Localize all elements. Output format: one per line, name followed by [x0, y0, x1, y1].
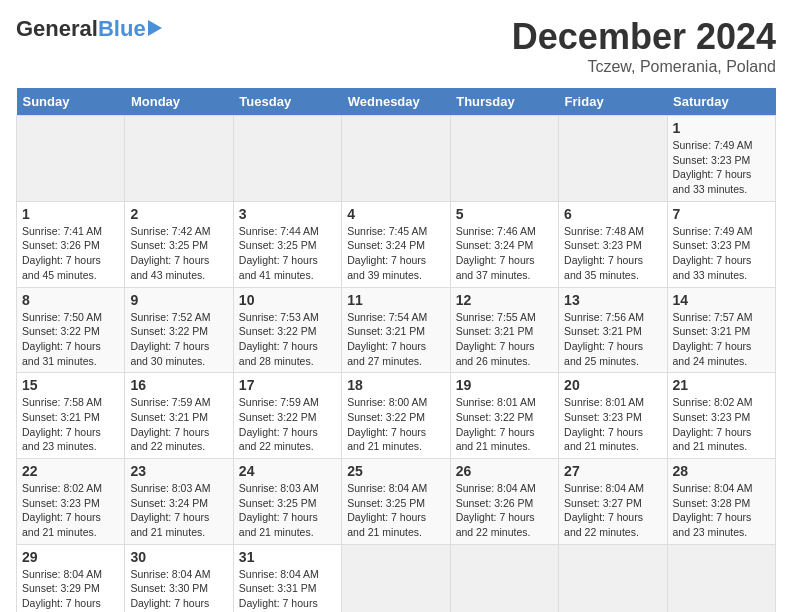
- day-number: 31: [239, 549, 336, 565]
- calendar-day-cell: 19 Sunrise: 8:01 AM Sunset: 3:22 PM Dayl…: [450, 373, 558, 459]
- calendar-week-row: 1 Sunrise: 7:49 AM Sunset: 3:23 PM Dayli…: [17, 116, 776, 202]
- day-number: 5: [456, 206, 553, 222]
- day-number: 11: [347, 292, 444, 308]
- weekday-header: Friday: [559, 88, 667, 116]
- day-info: Sunrise: 7:57 AM Sunset: 3:21 PM Dayligh…: [673, 310, 770, 369]
- calendar-day-cell: 23 Sunrise: 8:03 AM Sunset: 3:24 PM Dayl…: [125, 459, 233, 545]
- day-number: 4: [347, 206, 444, 222]
- day-info: Sunrise: 7:58 AM Sunset: 3:21 PM Dayligh…: [22, 395, 119, 454]
- calendar-day-cell: 12 Sunrise: 7:55 AM Sunset: 3:21 PM Dayl…: [450, 287, 558, 373]
- day-number: 28: [673, 463, 770, 479]
- calendar-day-cell: 5 Sunrise: 7:46 AM Sunset: 3:24 PM Dayli…: [450, 201, 558, 287]
- calendar-day-cell: 11 Sunrise: 7:54 AM Sunset: 3:21 PM Dayl…: [342, 287, 450, 373]
- day-number: 9: [130, 292, 227, 308]
- calendar-week-row: 8 Sunrise: 7:50 AM Sunset: 3:22 PM Dayli…: [17, 287, 776, 373]
- day-info: Sunrise: 7:41 AM Sunset: 3:26 PM Dayligh…: [22, 224, 119, 283]
- day-number: 7: [673, 206, 770, 222]
- calendar-day-cell: 9 Sunrise: 7:52 AM Sunset: 3:22 PM Dayli…: [125, 287, 233, 373]
- day-number: 6: [564, 206, 661, 222]
- calendar-header: SundayMondayTuesdayWednesdayThursdayFrid…: [17, 88, 776, 116]
- day-info: Sunrise: 7:50 AM Sunset: 3:22 PM Dayligh…: [22, 310, 119, 369]
- logo-general-text: General: [16, 16, 98, 42]
- location-text: Tczew, Pomerania, Poland: [512, 58, 776, 76]
- calendar-week-row: 1 Sunrise: 7:41 AM Sunset: 3:26 PM Dayli…: [17, 201, 776, 287]
- calendar-day-cell: 13 Sunrise: 7:56 AM Sunset: 3:21 PM Dayl…: [559, 287, 667, 373]
- calendar-day-cell: 18 Sunrise: 8:00 AM Sunset: 3:22 PM Dayl…: [342, 373, 450, 459]
- day-number: 17: [239, 377, 336, 393]
- calendar-day-cell: 10 Sunrise: 7:53 AM Sunset: 3:22 PM Dayl…: [233, 287, 341, 373]
- calendar-day-cell: [667, 544, 775, 612]
- calendar-table: SundayMondayTuesdayWednesdayThursdayFrid…: [16, 88, 776, 612]
- day-number: 2: [130, 206, 227, 222]
- header-row: SundayMondayTuesdayWednesdayThursdayFrid…: [17, 88, 776, 116]
- day-number: 19: [456, 377, 553, 393]
- calendar-day-cell: [559, 116, 667, 202]
- calendar-week-row: 22 Sunrise: 8:02 AM Sunset: 3:23 PM Dayl…: [17, 459, 776, 545]
- day-info: Sunrise: 7:49 AM Sunset: 3:23 PM Dayligh…: [673, 138, 770, 197]
- day-info: Sunrise: 8:01 AM Sunset: 3:22 PM Dayligh…: [456, 395, 553, 454]
- calendar-day-cell: 8 Sunrise: 7:50 AM Sunset: 3:22 PM Dayli…: [17, 287, 125, 373]
- calendar-day-cell: 22 Sunrise: 8:02 AM Sunset: 3:23 PM Dayl…: [17, 459, 125, 545]
- day-number: 15: [22, 377, 119, 393]
- day-info: Sunrise: 8:04 AM Sunset: 3:27 PM Dayligh…: [564, 481, 661, 540]
- calendar-week-row: 29 Sunrise: 8:04 AM Sunset: 3:29 PM Dayl…: [17, 544, 776, 612]
- day-number: 1: [673, 120, 770, 136]
- calendar-day-cell: 20 Sunrise: 8:01 AM Sunset: 3:23 PM Dayl…: [559, 373, 667, 459]
- calendar-body: 1 Sunrise: 7:49 AM Sunset: 3:23 PM Dayli…: [17, 116, 776, 613]
- day-number: 22: [22, 463, 119, 479]
- calendar-day-cell: 16 Sunrise: 7:59 AM Sunset: 3:21 PM Dayl…: [125, 373, 233, 459]
- day-number: 24: [239, 463, 336, 479]
- day-info: Sunrise: 7:56 AM Sunset: 3:21 PM Dayligh…: [564, 310, 661, 369]
- day-info: Sunrise: 7:59 AM Sunset: 3:22 PM Dayligh…: [239, 395, 336, 454]
- day-info: Sunrise: 7:53 AM Sunset: 3:22 PM Dayligh…: [239, 310, 336, 369]
- logo: General Blue: [16, 16, 162, 42]
- calendar-day-cell: 1 Sunrise: 7:49 AM Sunset: 3:23 PM Dayli…: [667, 116, 775, 202]
- calendar-day-cell: 3 Sunrise: 7:44 AM Sunset: 3:25 PM Dayli…: [233, 201, 341, 287]
- calendar-day-cell: 27 Sunrise: 8:04 AM Sunset: 3:27 PM Dayl…: [559, 459, 667, 545]
- day-info: Sunrise: 8:01 AM Sunset: 3:23 PM Dayligh…: [564, 395, 661, 454]
- calendar-day-cell: 14 Sunrise: 7:57 AM Sunset: 3:21 PM Dayl…: [667, 287, 775, 373]
- calendar-day-cell: 1 Sunrise: 7:41 AM Sunset: 3:26 PM Dayli…: [17, 201, 125, 287]
- day-number: 13: [564, 292, 661, 308]
- title-section: December 2024 Tczew, Pomerania, Poland: [512, 16, 776, 76]
- day-info: Sunrise: 7:55 AM Sunset: 3:21 PM Dayligh…: [456, 310, 553, 369]
- day-info: Sunrise: 8:03 AM Sunset: 3:24 PM Dayligh…: [130, 481, 227, 540]
- day-info: Sunrise: 7:54 AM Sunset: 3:21 PM Dayligh…: [347, 310, 444, 369]
- day-number: 18: [347, 377, 444, 393]
- calendar-day-cell: [559, 544, 667, 612]
- day-number: 10: [239, 292, 336, 308]
- weekday-header: Thursday: [450, 88, 558, 116]
- day-info: Sunrise: 8:04 AM Sunset: 3:25 PM Dayligh…: [347, 481, 444, 540]
- calendar-day-cell: [450, 544, 558, 612]
- weekday-header: Monday: [125, 88, 233, 116]
- weekday-header: Saturday: [667, 88, 775, 116]
- day-info: Sunrise: 7:52 AM Sunset: 3:22 PM Dayligh…: [130, 310, 227, 369]
- day-number: 27: [564, 463, 661, 479]
- day-number: 16: [130, 377, 227, 393]
- day-number: 25: [347, 463, 444, 479]
- calendar-day-cell: 17 Sunrise: 7:59 AM Sunset: 3:22 PM Dayl…: [233, 373, 341, 459]
- day-number: 23: [130, 463, 227, 479]
- day-info: Sunrise: 8:00 AM Sunset: 3:22 PM Dayligh…: [347, 395, 444, 454]
- day-info: Sunrise: 7:59 AM Sunset: 3:21 PM Dayligh…: [130, 395, 227, 454]
- calendar-day-cell: [342, 544, 450, 612]
- day-info: Sunrise: 7:46 AM Sunset: 3:24 PM Dayligh…: [456, 224, 553, 283]
- calendar-day-cell: 31 Sunrise: 8:04 AM Sunset: 3:31 PM Dayl…: [233, 544, 341, 612]
- calendar-day-cell: 6 Sunrise: 7:48 AM Sunset: 3:23 PM Dayli…: [559, 201, 667, 287]
- month-title: December 2024: [512, 16, 776, 58]
- day-number: 8: [22, 292, 119, 308]
- calendar-day-cell: 25 Sunrise: 8:04 AM Sunset: 3:25 PM Dayl…: [342, 459, 450, 545]
- day-number: 14: [673, 292, 770, 308]
- day-info: Sunrise: 8:04 AM Sunset: 3:28 PM Dayligh…: [673, 481, 770, 540]
- weekday-header: Wednesday: [342, 88, 450, 116]
- day-info: Sunrise: 7:44 AM Sunset: 3:25 PM Dayligh…: [239, 224, 336, 283]
- day-info: Sunrise: 7:48 AM Sunset: 3:23 PM Dayligh…: [564, 224, 661, 283]
- calendar-day-cell: [125, 116, 233, 202]
- logo-arrow-icon: [148, 20, 162, 36]
- day-number: 20: [564, 377, 661, 393]
- day-info: Sunrise: 8:02 AM Sunset: 3:23 PM Dayligh…: [22, 481, 119, 540]
- day-number: 21: [673, 377, 770, 393]
- day-info: Sunrise: 8:04 AM Sunset: 3:26 PM Dayligh…: [456, 481, 553, 540]
- day-number: 30: [130, 549, 227, 565]
- page-header: General Blue December 2024 Tczew, Pomera…: [16, 16, 776, 76]
